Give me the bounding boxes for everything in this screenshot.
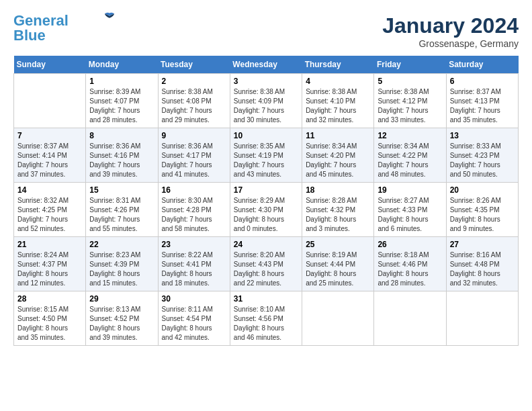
day-number: 31 — [234, 294, 298, 304]
calendar-cell: 1Sunrise: 8:39 AM Sunset: 4:07 PM Daylig… — [86, 74, 158, 128]
day-number: 17 — [234, 185, 298, 195]
calendar-cell: 6Sunrise: 8:37 AM Sunset: 4:13 PM Daylig… — [446, 74, 518, 128]
day-number: 4 — [306, 77, 370, 86]
day-number: 6 — [450, 77, 515, 86]
calendar-cell: 20Sunrise: 8:26 AM Sunset: 4:35 PM Dayli… — [446, 183, 518, 237]
calendar-cell: 14Sunrise: 8:32 AM Sunset: 4:25 PM Dayli… — [14, 183, 86, 237]
day-info: Sunrise: 8:38 AM Sunset: 4:12 PM Dayligh… — [378, 87, 442, 125]
calendar-cell — [302, 291, 374, 346]
day-info: Sunrise: 8:34 AM Sunset: 4:22 PM Dayligh… — [378, 142, 442, 179]
day-info: Sunrise: 8:11 AM Sunset: 4:54 PM Dayligh… — [162, 305, 226, 342]
calendar-cell — [374, 291, 446, 346]
week-row-4: 21Sunrise: 8:24 AM Sunset: 4:37 PM Dayli… — [14, 237, 519, 291]
logo-bird-icon — [103, 11, 116, 21]
day-number: 23 — [162, 240, 226, 249]
calendar-cell — [446, 291, 518, 346]
day-info: Sunrise: 8:23 AM Sunset: 4:39 PM Dayligh… — [89, 250, 154, 288]
day-number: 8 — [89, 131, 154, 140]
calendar-cell: 29Sunrise: 8:13 AM Sunset: 4:52 PM Dayli… — [86, 291, 158, 346]
day-number: 14 — [17, 185, 82, 195]
day-number: 21 — [17, 240, 82, 249]
day-info: Sunrise: 8:36 AM Sunset: 4:16 PM Dayligh… — [89, 142, 154, 179]
day-info: Sunrise: 8:38 AM Sunset: 4:09 PM Dayligh… — [234, 87, 298, 125]
calendar-cell: 24Sunrise: 8:20 AM Sunset: 4:43 PM Dayli… — [230, 237, 302, 291]
day-number: 5 — [378, 77, 442, 86]
calendar-cell: 31Sunrise: 8:10 AM Sunset: 4:56 PM Dayli… — [230, 291, 302, 346]
calendar-cell: 30Sunrise: 8:11 AM Sunset: 4:54 PM Dayli… — [158, 291, 230, 346]
calendar-cell: 7Sunrise: 8:37 AM Sunset: 4:14 PM Daylig… — [14, 128, 86, 183]
day-number: 16 — [162, 185, 226, 195]
day-info: Sunrise: 8:32 AM Sunset: 4:25 PM Dayligh… — [17, 196, 82, 234]
weekday-header-monday: Monday — [86, 56, 158, 74]
day-number: 26 — [378, 240, 442, 249]
day-number: 11 — [306, 131, 370, 140]
calendar-cell: 4Sunrise: 8:38 AM Sunset: 4:10 PM Daylig… — [302, 74, 374, 128]
location-subtitle: Grossenaspe, Germany — [382, 38, 519, 49]
day-info: Sunrise: 8:38 AM Sunset: 4:10 PM Dayligh… — [306, 87, 370, 125]
calendar-cell: 2Sunrise: 8:38 AM Sunset: 4:08 PM Daylig… — [158, 74, 230, 128]
logo-text: General — [13, 13, 69, 28]
day-number: 27 — [450, 240, 515, 249]
day-info: Sunrise: 8:36 AM Sunset: 4:17 PM Dayligh… — [162, 142, 226, 179]
week-row-2: 7Sunrise: 8:37 AM Sunset: 4:14 PM Daylig… — [14, 128, 519, 183]
weekday-header-friday: Friday — [374, 56, 446, 74]
day-info: Sunrise: 8:37 AM Sunset: 4:14 PM Dayligh… — [17, 142, 82, 179]
title-block: January 2024 Grossenaspe, Germany — [382, 13, 519, 49]
day-number: 22 — [89, 240, 154, 249]
day-number: 7 — [17, 131, 82, 140]
day-number: 30 — [162, 294, 226, 304]
week-row-1: 1Sunrise: 8:39 AM Sunset: 4:07 PM Daylig… — [14, 74, 519, 128]
weekday-header-tuesday: Tuesday — [158, 56, 230, 74]
day-info: Sunrise: 8:10 AM Sunset: 4:56 PM Dayligh… — [234, 305, 298, 342]
weekday-header-thursday: Thursday — [302, 56, 374, 74]
day-info: Sunrise: 8:29 AM Sunset: 4:30 PM Dayligh… — [234, 196, 298, 234]
day-number: 28 — [17, 294, 82, 304]
logo: General Blue — [13, 13, 116, 43]
day-info: Sunrise: 8:28 AM Sunset: 4:32 PM Dayligh… — [306, 196, 370, 234]
day-number: 12 — [378, 131, 442, 140]
weekday-header-sunday: Sunday — [14, 56, 86, 74]
week-row-3: 14Sunrise: 8:32 AM Sunset: 4:25 PM Dayli… — [14, 183, 519, 237]
day-info: Sunrise: 8:24 AM Sunset: 4:37 PM Dayligh… — [17, 250, 82, 288]
calendar-cell: 11Sunrise: 8:34 AM Sunset: 4:20 PM Dayli… — [302, 128, 374, 183]
weekday-header-wednesday: Wednesday — [230, 56, 302, 74]
day-number: 19 — [378, 185, 442, 195]
day-info: Sunrise: 8:27 AM Sunset: 4:33 PM Dayligh… — [378, 196, 442, 234]
day-info: Sunrise: 8:22 AM Sunset: 4:41 PM Dayligh… — [162, 250, 226, 288]
day-info: Sunrise: 8:20 AM Sunset: 4:43 PM Dayligh… — [234, 250, 298, 288]
calendar-cell: 8Sunrise: 8:36 AM Sunset: 4:16 PM Daylig… — [86, 128, 158, 183]
calendar-cell: 16Sunrise: 8:30 AM Sunset: 4:28 PM Dayli… — [158, 183, 230, 237]
calendar-cell: 27Sunrise: 8:16 AM Sunset: 4:48 PM Dayli… — [446, 237, 518, 291]
weekday-header-saturday: Saturday — [446, 56, 518, 74]
day-number: 1 — [89, 77, 154, 86]
day-info: Sunrise: 8:37 AM Sunset: 4:13 PM Dayligh… — [450, 87, 515, 125]
day-info: Sunrise: 8:26 AM Sunset: 4:35 PM Dayligh… — [450, 196, 515, 234]
day-number: 24 — [234, 240, 298, 249]
day-number: 15 — [89, 185, 154, 195]
day-info: Sunrise: 8:30 AM Sunset: 4:28 PM Dayligh… — [162, 196, 226, 234]
day-number: 2 — [162, 77, 226, 86]
calendar-cell: 28Sunrise: 8:15 AM Sunset: 4:50 PM Dayli… — [14, 291, 86, 346]
calendar-cell: 22Sunrise: 8:23 AM Sunset: 4:39 PM Dayli… — [86, 237, 158, 291]
day-info: Sunrise: 8:18 AM Sunset: 4:46 PM Dayligh… — [378, 250, 442, 288]
calendar-cell: 26Sunrise: 8:18 AM Sunset: 4:46 PM Dayli… — [374, 237, 446, 291]
calendar-cell: 10Sunrise: 8:35 AM Sunset: 4:19 PM Dayli… — [230, 128, 302, 183]
day-info: Sunrise: 8:31 AM Sunset: 4:26 PM Dayligh… — [89, 196, 154, 234]
day-info: Sunrise: 8:13 AM Sunset: 4:52 PM Dayligh… — [89, 305, 154, 342]
day-info: Sunrise: 8:15 AM Sunset: 4:50 PM Dayligh… — [17, 305, 82, 342]
calendar-table: SundayMondayTuesdayWednesdayThursdayFrid… — [13, 56, 519, 346]
calendar-cell: 18Sunrise: 8:28 AM Sunset: 4:32 PM Dayli… — [302, 183, 374, 237]
calendar-cell: 25Sunrise: 8:19 AM Sunset: 4:44 PM Dayli… — [302, 237, 374, 291]
day-number: 9 — [162, 131, 226, 140]
day-info: Sunrise: 8:33 AM Sunset: 4:23 PM Dayligh… — [450, 142, 515, 179]
day-number: 3 — [234, 77, 298, 86]
calendar-cell: 19Sunrise: 8:27 AM Sunset: 4:33 PM Dayli… — [374, 183, 446, 237]
calendar-cell: 12Sunrise: 8:34 AM Sunset: 4:22 PM Dayli… — [374, 128, 446, 183]
calendar-cell: 3Sunrise: 8:38 AM Sunset: 4:09 PM Daylig… — [230, 74, 302, 128]
day-number: 18 — [306, 185, 370, 195]
week-row-5: 28Sunrise: 8:15 AM Sunset: 4:50 PM Dayli… — [14, 291, 519, 346]
weekday-header-row: SundayMondayTuesdayWednesdayThursdayFrid… — [14, 56, 519, 74]
calendar-cell: 17Sunrise: 8:29 AM Sunset: 4:30 PM Dayli… — [230, 183, 302, 237]
day-number: 29 — [89, 294, 154, 304]
day-info: Sunrise: 8:16 AM Sunset: 4:48 PM Dayligh… — [450, 250, 515, 288]
